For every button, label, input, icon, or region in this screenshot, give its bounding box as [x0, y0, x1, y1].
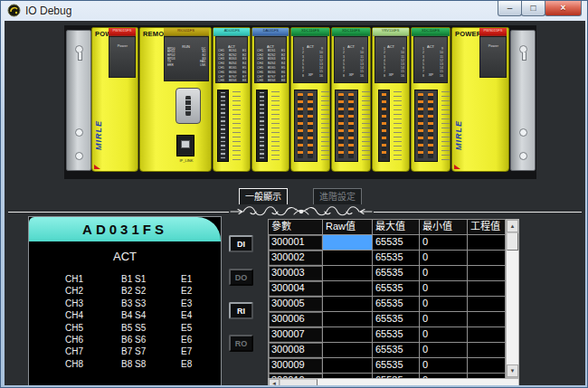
channel-row: CH5B5 S5E5 — [65, 322, 213, 334]
led-labels-right: DCB1B2B3FAILLNK — [200, 47, 205, 67]
cell-min[interactable]: 0 — [420, 358, 468, 374]
cell-raw[interactable] — [323, 358, 373, 374]
cell-raw[interactable] — [323, 266, 373, 281]
module-ad031fs[interactable]: AD031FSACTCH1B1S1E1CH2B2S2E2CH3B3S3E3CH4… — [213, 27, 251, 172]
cell-raw[interactable] — [323, 251, 373, 266]
cell-eng[interactable] — [468, 251, 506, 266]
keyhole-cutout — [75, 45, 83, 53]
module-da031fs[interactable]: DA031FSACTCH1B1S1E1CH2B2S2E2CH3B3S3E3CH4… — [251, 27, 289, 172]
cell-eng[interactable] — [468, 266, 506, 281]
cell-param[interactable]: 300007 — [269, 327, 323, 343]
advanced-settings-button[interactable]: 進階設定 — [313, 188, 362, 205]
module-rio011fs[interactable]: REMOTERIO011FSRUNRPD0RPD1RPD2RPD3TXERRDC… — [139, 27, 212, 172]
terminal-block — [294, 90, 318, 162]
cell-min[interactable]: 0 — [420, 251, 468, 266]
cell-min[interactable]: 0 — [420, 235, 468, 251]
general-display-button[interactable]: 一般顯示 — [239, 188, 288, 205]
cell-param[interactable]: 300005 — [269, 297, 323, 312]
ro-button[interactable]: RO — [229, 335, 253, 352]
do-button[interactable]: DO — [229, 269, 253, 286]
cell-max[interactable]: 65535 — [373, 343, 420, 358]
module-pws015fs[interactable]: POWERPWS015FSPowerMIRLE — [451, 27, 509, 172]
cell-raw[interactable] — [323, 235, 373, 251]
cell-eng[interactable] — [468, 343, 506, 358]
module-pws015fs[interactable]: POWERPWS015FSPowerMIRLE — [91, 27, 138, 172]
cell-eng[interactable] — [468, 358, 506, 374]
channel-cell: CH6 — [65, 334, 121, 345]
channel-cell: E3 — [181, 298, 192, 309]
rack-bracket-right — [510, 30, 536, 171]
channel-row: CH4B4 S4E4 — [65, 309, 213, 321]
column-header: Raw值 — [323, 220, 373, 235]
horizontal-scrollbar[interactable]: ◄ — [268, 378, 519, 385]
cell-raw[interactable] — [323, 281, 373, 297]
terminal-block — [256, 90, 268, 162]
cell-max[interactable]: 65535 — [373, 358, 420, 374]
cell-eng[interactable] — [468, 235, 506, 251]
cell-min[interactable]: 0 — [420, 266, 468, 281]
table-row: 300003655350 — [269, 266, 506, 281]
module-status-panel: ACT19210311412513614715816XP — [334, 36, 368, 83]
cell-eng[interactable] — [468, 312, 506, 327]
close-button[interactable]: × — [545, 1, 582, 16]
cell-min[interactable]: 0 — [420, 281, 468, 297]
cell-max[interactable]: 65535 — [373, 235, 420, 251]
window-title: IO Debug — [25, 5, 71, 17]
cell-min[interactable]: 0 — [420, 297, 468, 312]
cell-eng[interactable] — [468, 281, 506, 297]
mirle-logo: MIRLE — [454, 120, 465, 166]
cell-max[interactable]: 65535 — [373, 281, 420, 297]
cell-raw[interactable] — [323, 327, 373, 343]
cell-max[interactable]: 65535 — [373, 327, 420, 343]
module-status-panel: ACTCH1B1S1E1CH2B2S2E2CH3B3S3E3CH4B4S4E4C… — [254, 36, 287, 83]
cell-param[interactable]: 300006 — [269, 312, 323, 327]
cell-eng[interactable] — [468, 327, 506, 343]
module-yrv116fs[interactable]: YRV116FSACT19210311412513614715816XP — [372, 27, 410, 172]
module-status-panel: ACTCH1B1S1E1CH2B2S2E2CH3B3S3E3CH4B4S4E4C… — [215, 36, 248, 83]
cell-param[interactable]: 300003 — [269, 266, 323, 281]
cell-max[interactable]: 65535 — [373, 312, 420, 327]
io-rack: POWERPWS015FSPowerMIRLEREMOTERIO011FSRUN… — [64, 25, 536, 179]
cell-min[interactable]: 0 — [420, 312, 468, 327]
cell-param[interactable]: 300002 — [269, 251, 323, 266]
keyhole-cutout — [519, 45, 527, 53]
column-header: 最小值 — [420, 220, 468, 235]
cell-raw[interactable] — [323, 343, 373, 358]
module-xdc116fs[interactable]: XDC116FSACT19210311412513614715816XP — [290, 27, 330, 172]
cell-max[interactable]: 65535 — [373, 297, 420, 312]
ethernet-port-label: IP_LINK — [173, 152, 198, 168]
titlebar[interactable]: IO Debug – □ × — [1, 1, 587, 21]
module-xdc116fs[interactable]: XDC116FSACT19210311412513614715816XP — [331, 27, 371, 172]
channel-cell: CH3 — [65, 298, 121, 309]
vertical-scrollbar[interactable]: ▲ ▼ — [506, 219, 519, 378]
scroll-down-icon[interactable]: ▼ — [507, 364, 518, 377]
channel-cell: CH2 — [65, 285, 121, 297]
cell-min[interactable]: 0 — [420, 327, 468, 343]
terminal-labels — [394, 91, 402, 160]
module-xdc116fs[interactable]: XDC116FSACT19210311412513614715816XP — [411, 27, 450, 172]
channel-cell: E8 — [181, 358, 192, 370]
terminal-block — [414, 90, 438, 162]
cell-min[interactable]: 0 — [420, 343, 468, 358]
maximize-button[interactable]: □ — [521, 1, 545, 16]
ri-button[interactable]: RI — [229, 302, 253, 319]
channel-row: CH2B2 S2E2 — [65, 285, 213, 297]
minimize-button[interactable]: – — [498, 1, 522, 16]
cell-raw[interactable] — [323, 297, 373, 312]
scroll-left-icon[interactable]: ◄ — [269, 379, 280, 385]
cell-param[interactable]: 300001 — [269, 235, 323, 251]
cell-param[interactable]: 300008 — [269, 343, 323, 358]
module-cap: YRV116FS — [373, 28, 409, 36]
vertical-scroll-thumb[interactable] — [507, 232, 518, 251]
cell-param[interactable]: 300004 — [269, 281, 323, 297]
di-button[interactable]: DI — [229, 235, 253, 252]
rack-bracket-left — [66, 30, 91, 171]
cell-max[interactable]: 65535 — [373, 266, 420, 281]
scroll-up-icon[interactable]: ▲ — [507, 220, 518, 232]
cell-eng[interactable] — [468, 297, 506, 312]
cell-raw[interactable] — [323, 312, 373, 327]
cell-param[interactable]: 300009 — [269, 358, 323, 374]
horizontal-scroll-thumb[interactable] — [280, 379, 318, 385]
table-grid: 參數Raw值最大值最小值工程值3000016553503000026553503… — [268, 219, 506, 379]
cell-max[interactable]: 65535 — [373, 251, 420, 266]
